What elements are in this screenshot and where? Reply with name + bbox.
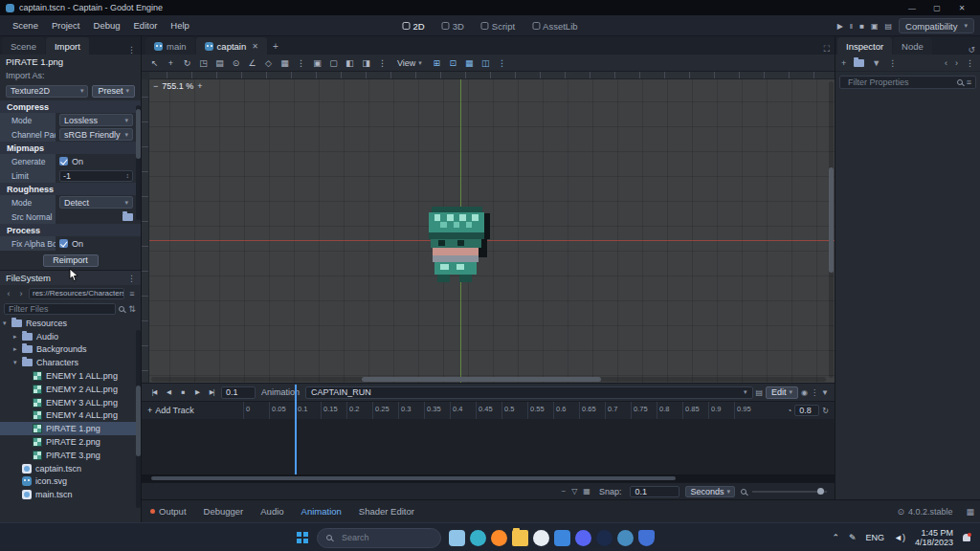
movie-mode-button[interactable]: ▣ xyxy=(871,22,879,31)
resource-options-icon[interactable]: ⋮ xyxy=(888,58,897,68)
tree-expand-arrow[interactable]: ▸ xyxy=(13,345,22,353)
minimize-button[interactable]: — xyxy=(900,0,924,15)
bottom-panel-button[interactable]: Output xyxy=(142,500,195,522)
load-resource-icon[interactable] xyxy=(854,59,864,67)
ruler-tool-icon[interactable]: ∠ xyxy=(247,58,257,68)
ruler-tick[interactable]: 0.8 xyxy=(657,402,682,419)
lock-icon[interactable]: ▣ xyxy=(312,58,323,68)
timeline-playhead[interactable] xyxy=(295,385,297,474)
play-button[interactable]: ▶ xyxy=(190,388,204,396)
play-from-end-button[interactable]: ▶| xyxy=(205,388,218,396)
firefox-icon[interactable] xyxy=(491,530,507,546)
scene-tab[interactable]: main ✕ xyxy=(145,37,195,55)
workspace-tab[interactable]: AssetLib xyxy=(526,18,583,34)
stop-button[interactable]: ■ xyxy=(859,22,864,31)
ruler-tick[interactable]: 0.15 xyxy=(321,402,346,419)
inspector-filter[interactable]: ≡ xyxy=(839,76,976,89)
bottom-panel-button[interactable]: Animation xyxy=(293,500,350,522)
file-tree-item[interactable]: ▸ Backgrounds xyxy=(0,343,141,357)
save-resource-icon[interactable]: ▼ xyxy=(872,58,880,68)
file-explorer-icon[interactable] xyxy=(512,530,528,546)
file-tree-item[interactable]: ▾ Characters xyxy=(0,356,141,369)
viewport-settings-icon[interactable]: ⋮ xyxy=(497,58,507,68)
ruler-tick[interactable]: 0.5 xyxy=(501,402,527,419)
taskbar-clock[interactable]: 1:45 PM 4/18/2023 xyxy=(915,528,953,547)
panel-menu-icon[interactable]: ⋮ xyxy=(811,388,818,397)
filesystem-menu-icon[interactable]: ⋮ xyxy=(122,274,141,283)
close-button[interactable]: ✕ xyxy=(949,0,974,15)
compress-mode-dropdown[interactable]: Lossless▾ xyxy=(59,114,133,126)
file-tree-item[interactable]: PIRATE 1.png xyxy=(0,422,141,435)
select-tool-icon[interactable]: ↖ xyxy=(149,58,160,68)
scene-tab[interactable]: captain ✕ xyxy=(196,37,267,55)
taskbar-search-input[interactable] xyxy=(338,533,414,542)
smart-snap-icon[interactable]: ◇ xyxy=(263,58,274,68)
group-icon[interactable]: ◧ xyxy=(345,58,355,68)
move-tool-icon[interactable]: + xyxy=(166,58,176,68)
new-scene-tab-button[interactable]: + xyxy=(268,37,283,55)
file-tree-item[interactable]: ENEMY 3 ALL.png xyxy=(0,396,141,409)
remote-debug-button[interactable]: ▤ xyxy=(885,22,893,31)
filter-options-icon[interactable]: ≡ xyxy=(967,77,971,87)
pen-icon[interactable]: ✎ xyxy=(849,533,857,542)
filter-files-input[interactable] xyxy=(4,303,116,315)
ruler-tick[interactable]: 0.9 xyxy=(708,402,734,419)
pause-button[interactable]: ‖ xyxy=(850,22,853,31)
edit-button[interactable]: Edit ▾ xyxy=(766,386,798,399)
reimport-button[interactable]: Reimport xyxy=(43,254,99,267)
file-tree-item[interactable]: ENEMY 2 ALL.png xyxy=(0,383,141,396)
spinner-arrows-icon[interactable]: ↕ xyxy=(126,172,130,179)
channel-pack-dropdown[interactable]: sRGB Friendly▾ xyxy=(59,128,133,141)
generate-checkbox[interactable] xyxy=(59,157,68,165)
filesystem-path[interactable]: res://Resources/Characters xyxy=(29,288,124,299)
forward-icon[interactable]: › xyxy=(955,58,958,68)
menu-item[interactable]: Help xyxy=(164,15,196,36)
sort-files-icon[interactable]: ⇅ xyxy=(127,304,137,314)
snap-options-icon[interactable]: ⋮ xyxy=(296,58,306,68)
2d-viewport[interactable]: − 755.1 % + xyxy=(142,72,835,383)
animation-select-dropdown[interactable]: CAPTAIN_RUN ▾ xyxy=(305,386,752,399)
play-backwards-button[interactable]: ◀ xyxy=(162,388,175,396)
viewport-h-scrollbar[interactable] xyxy=(151,377,826,382)
back-icon[interactable]: ‹ xyxy=(945,58,947,68)
animation-tools-icon[interactable]: ▤ xyxy=(756,388,764,397)
godot-icon[interactable] xyxy=(617,530,634,546)
menu-item[interactable]: Project xyxy=(45,15,87,36)
task-view-icon[interactable] xyxy=(449,530,465,546)
workspace-tab[interactable]: Script xyxy=(476,18,521,34)
close-icon[interactable]: ✕ xyxy=(252,42,258,51)
skeleton-options-icon[interactable]: ⋮ xyxy=(377,58,388,68)
ruler-tick[interactable]: 0.65 xyxy=(579,402,605,419)
limit-spinbox[interactable]: -1↕ xyxy=(59,170,133,182)
ruler-tick[interactable]: 0.3 xyxy=(398,402,424,419)
ruler-tick[interactable]: 0.85 xyxy=(682,402,708,419)
pin-panel-icon[interactable]: ▼ xyxy=(821,388,829,397)
loop-icon[interactable]: ↻ xyxy=(822,407,829,415)
ruler-tick[interactable]: 0.6 xyxy=(553,402,579,419)
snap-value-input[interactable] xyxy=(630,486,679,497)
grid-snap-icon[interactable]: ▦ xyxy=(279,58,290,68)
file-tree-item[interactable]: ▸ Audio xyxy=(0,330,141,343)
tree-expand-arrow[interactable]: ▾ xyxy=(13,359,22,366)
timeline-tracks-area[interactable] xyxy=(142,419,835,474)
frame-selection-icon[interactable]: ⊞ xyxy=(432,58,442,68)
center-view-icon[interactable]: ⊡ xyxy=(448,58,458,68)
onion-skinning-icon[interactable]: ◉ xyxy=(801,388,808,397)
chrome-icon[interactable] xyxy=(533,530,549,546)
timeline-zoom-slider[interactable] xyxy=(752,491,827,493)
stop-button[interactable]: ■ xyxy=(176,388,189,396)
pivot-tool-icon[interactable]: ⊙ xyxy=(231,58,241,68)
guides-icon[interactable]: ◫ xyxy=(480,58,491,68)
back-icon[interactable]: ‹ xyxy=(4,289,13,298)
file-tree-item[interactable]: icon.svg xyxy=(0,475,141,489)
import-scrollbar[interactable] xyxy=(136,105,141,220)
ruler-tick[interactable]: 0.2 xyxy=(346,402,372,419)
edge-icon[interactable] xyxy=(470,530,486,546)
ruler-tick[interactable]: 0.35 xyxy=(424,402,450,419)
ruler-tick[interactable]: 0.7 xyxy=(605,402,631,419)
ruler-tick[interactable]: 0.55 xyxy=(527,402,553,419)
dock-tab[interactable]: Inspector xyxy=(837,37,892,55)
filter-properties-input[interactable] xyxy=(844,77,953,88)
ruler-tick[interactable]: 0.1 xyxy=(295,402,321,419)
rotate-tool-icon[interactable]: ↻ xyxy=(182,58,192,68)
